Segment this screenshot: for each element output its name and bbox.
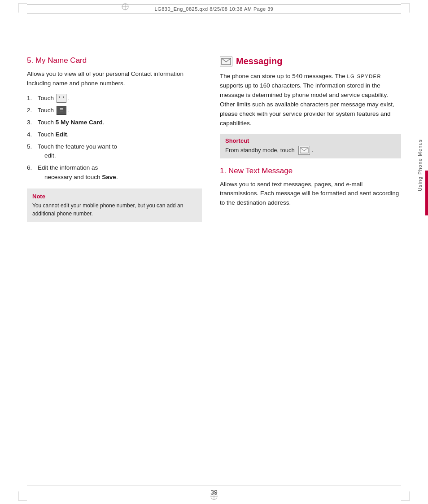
messaging-title: Messaging (236, 56, 282, 66)
step-1: 1. Touch ⋮⋮. (27, 94, 202, 103)
step-3-text: Touch 5 My Name Card. (38, 118, 105, 127)
shortcut-box: Shortcut From standby mode, touch . (220, 134, 401, 158)
step-6: 6. Edit the information as necessary and… (27, 163, 202, 182)
step-5-text: Touch the feature you want to edit. (38, 142, 117, 161)
step-1-num: 1. (27, 94, 36, 103)
step-5-num: 5. (27, 142, 36, 152)
corner-mark-bl (18, 491, 27, 500)
step-6-text: Edit the information as necessary and to… (38, 163, 118, 182)
bottom-divider (27, 486, 401, 486)
side-tab-label: Using Phone Menus (417, 139, 423, 191)
step-4: 4. Touch Edit. (27, 130, 202, 140)
menu-icon: ☰ (57, 106, 66, 115)
step-4-num: 4. (27, 130, 36, 140)
step-2-num: 2. (27, 106, 36, 115)
steps-list: 1. Touch ⋮⋮. 2. Touch ☰. 3. Touch 5 My N… (27, 94, 202, 182)
reg-mark-bottom (210, 492, 218, 500)
grid-icon: ⋮⋮ (57, 94, 66, 103)
step-6-num: 6. (27, 163, 36, 173)
step-2-text: Touch ☰. (38, 106, 69, 115)
step-1-text: Touch ⋮⋮. (38, 94, 69, 103)
shortcut-prefix: From standby mode, touch (225, 147, 295, 153)
brand-text: LG SPYDER (347, 74, 381, 79)
shortcut-period: . (312, 147, 314, 153)
note-box: Note You cannot edit your mobile phone n… (27, 188, 202, 222)
left-heading: 5. My Name Card (27, 56, 202, 65)
shortcut-text: From standby mode, touch . (225, 146, 396, 155)
header-bar: LG830_Eng_0825.qxd 8/25/08 10:38 AM Page… (27, 4, 401, 13)
note-label: Note (32, 193, 197, 200)
right-intro: The phone can store up to 540 messages. … (220, 72, 401, 128)
new-text-heading: 1. New Text Message (220, 167, 401, 175)
step-5: 5. Touch the feature you want to edit. (27, 142, 202, 161)
corner-mark-br (401, 491, 410, 500)
shortcut-label: Shortcut (225, 137, 396, 144)
step-2: 2. Touch ☰. (27, 106, 202, 115)
header-text: LG830_Eng_0825.qxd 8/25/08 10:38 AM Page… (155, 6, 274, 12)
shortcut-icon (298, 146, 310, 155)
left-column: 5. My Name Card Allows you to view all o… (27, 20, 215, 484)
messaging-heading: Messaging (220, 56, 401, 66)
reg-mark-top (121, 3, 129, 11)
step-4-text: Touch Edit. (38, 130, 69, 140)
note-text: You cannot edit your mobile phone number… (32, 202, 197, 218)
right-intro-after: supports up to 160 characters. The infor… (220, 82, 394, 127)
step-3-num: 3. (27, 118, 36, 127)
step-3: 3. Touch 5 My Name Card. (27, 118, 202, 127)
right-column: Messaging The phone can store up to 540 … (215, 20, 401, 484)
main-content: 5. My Name Card Allows you to view all o… (27, 20, 401, 484)
new-text-body: Allows you to send text messages, pages,… (220, 180, 401, 208)
left-intro: Allows you to view all of your personal … (27, 70, 202, 88)
right-intro-before: The phone can store up to 540 messages. … (220, 73, 347, 79)
side-tab-bar (425, 171, 428, 215)
envelope-icon (220, 57, 232, 66)
corner-mark-tl (18, 4, 27, 13)
corner-mark-tr (401, 4, 410, 13)
